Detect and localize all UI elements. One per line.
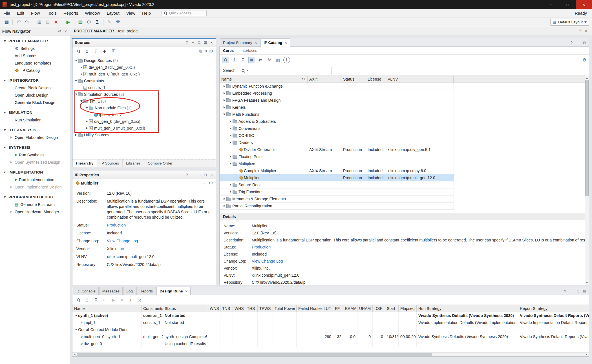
source-non-module-files[interactable]: Non-module Files (1) (72, 105, 216, 111)
flow-section-simulation[interactable]: SIMULATION (0, 109, 70, 116)
chevron-right-icon[interactable] (85, 127, 89, 129)
menu-item-window[interactable]: Window (81, 9, 103, 17)
flow-item-generate-block-design[interactable]: Generate Block Design (0, 99, 70, 106)
customize-icon[interactable] (266, 57, 273, 63)
flow-item-open-elaborated-design[interactable]: Open Elaborated Design (0, 134, 70, 141)
search-icon[interactable] (75, 48, 82, 55)
category-multipliers[interactable]: Multipliers (220, 160, 454, 167)
sources-panel-header[interactable]: Sources (72, 39, 216, 46)
search-icon[interactable] (222, 57, 229, 63)
flow-item-generate-bitstream[interactable]: Generate Bitstream (0, 201, 70, 208)
edit-icon[interactable] (106, 19, 113, 26)
flow-item-settings[interactable]: Settings (0, 45, 70, 52)
flow-item-open-hardware-manager[interactable]: Open Hardware Manager (0, 208, 70, 216)
help-icon[interactable] (563, 289, 567, 293)
category-math-functions[interactable]: Math Functions (220, 111, 454, 118)
flow-item-language-templates[interactable]: Language Templates (0, 59, 70, 67)
flow-item-run-implementation[interactable]: Run Implementation (0, 176, 70, 183)
category-memories-storage-elements[interactable]: Memories & Storage Elements (220, 196, 454, 203)
category-cordic[interactable]: CORDIC (220, 132, 454, 139)
info-icon[interactable] (283, 57, 290, 63)
column-header-total-power[interactable]: Total Power (273, 305, 297, 312)
minimize-icon[interactable] (191, 40, 195, 45)
collapse-icon[interactable] (231, 57, 238, 63)
chevron-right-icon[interactable] (229, 191, 233, 193)
flow-item-run-synthesis[interactable]: Run Synthesis (0, 151, 70, 159)
vertical-scrollbar[interactable] (585, 76, 589, 285)
forward-icon[interactable] (202, 181, 206, 185)
category-fpga-features-and-design[interactable]: FPGA Features and Design (220, 97, 454, 104)
ip-row-multiplier[interactable]: MultiplierProductionIncludedxilinx.com:i… (220, 174, 454, 181)
close-icon[interactable] (284, 40, 287, 45)
source-div-gen-0[interactable]: div_gen_0 (div_gen_0.xci) (72, 118, 216, 125)
menu-item-file[interactable]: File (0, 9, 14, 17)
chevron-down-icon[interactable] (79, 100, 83, 102)
chevron-right-icon[interactable] (79, 73, 83, 75)
column-header-whs[interactable]: WHS (233, 305, 245, 312)
column-header-lut[interactable]: LUT (322, 305, 333, 312)
maximize-icon[interactable] (583, 289, 586, 293)
chevron-down-icon[interactable] (85, 107, 89, 109)
add-icon[interactable] (101, 48, 108, 55)
run-row-synth-1-active[interactable]: synth_1 (active)constrs_1Not startedViva… (72, 312, 589, 319)
flow-section-rtl-analysis[interactable]: RTL ANALYSIS (0, 126, 70, 134)
chevron-right-icon[interactable] (222, 198, 226, 200)
help-icon[interactable] (64, 29, 67, 33)
chevron-right-icon[interactable] (80, 321, 84, 324)
menu-item-flow[interactable]: Flow (28, 9, 43, 17)
link-view-change-log[interactable]: View Change Log (252, 258, 586, 265)
tab-tcl-console[interactable]: Tcl Console (73, 287, 99, 295)
chevron-down-icon[interactable] (74, 80, 78, 82)
gear-icon[interactable] (209, 180, 213, 186)
source-simulation-sources[interactable]: Simulation Sources (3) (72, 91, 216, 98)
gear-icon[interactable] (582, 57, 586, 63)
run-row-impl-1[interactable]: impl_1constrs_1Not startedVivado Impleme… (72, 319, 589, 326)
link-production[interactable]: Production (107, 223, 212, 228)
flow-section-project-manager[interactable]: PROJECT MANAGER (0, 37, 70, 45)
menu-item-edit[interactable]: Edit (14, 9, 28, 17)
chevron-down-icon[interactable] (74, 60, 78, 61)
close-icon[interactable] (255, 40, 257, 45)
chevron-right-icon[interactable] (229, 156, 233, 158)
float-icon[interactable] (576, 289, 580, 293)
flow-section-ip-integrator[interactable]: IP INTEGRATOR (0, 77, 70, 84)
column-header-uram[interactable]: URAM (357, 305, 373, 312)
gear-icon[interactable] (209, 48, 213, 54)
chevron-right-icon[interactable] (79, 66, 83, 68)
column-header-start[interactable]: Start (385, 305, 399, 312)
add-icon[interactable] (127, 297, 134, 303)
scroll-right-icon[interactable] (585, 353, 589, 356)
close-button[interactable] (576, 0, 592, 9)
float-icon[interactable] (197, 173, 201, 177)
quick-access-input[interactable]: Quick Access (162, 10, 207, 16)
flow-item-ip-catalog[interactable]: IP Catalog (0, 67, 70, 74)
column-header-license[interactable]: License (366, 76, 386, 83)
link-production[interactable]: Production (252, 244, 586, 251)
chevron-right-icon[interactable] (222, 205, 226, 207)
tab-log[interactable]: Log (123, 287, 136, 295)
hierarchy-icon[interactable] (248, 57, 255, 63)
source-mult-gen-0[interactable]: mult_gen_0 (mult_gen_0.xci) (72, 125, 216, 132)
chevron-down-icon[interactable] (229, 163, 233, 165)
menu-item-layout[interactable]: Layout (103, 9, 123, 17)
column-header-run-strategy[interactable]: Run Strategy (417, 305, 518, 312)
layout-selector[interactable]: Default Layout (550, 19, 589, 26)
chevron-down-icon[interactable] (229, 142, 233, 143)
category-kernels[interactable]: Kernels (220, 104, 454, 111)
close-icon[interactable] (185, 289, 188, 294)
flow-item-open-implemented-design[interactable]: Open Implemented Design (0, 183, 70, 191)
help-icon[interactable] (578, 29, 582, 33)
category-trig-functions[interactable]: Trig Functions (220, 188, 454, 196)
run-icon[interactable] (65, 19, 72, 26)
chevron-right-icon[interactable] (229, 134, 233, 137)
tab-libraries[interactable]: Libraries (123, 159, 144, 167)
chevron-down-icon[interactable] (74, 315, 78, 316)
chevron-down-icon[interactable] (3, 40, 7, 42)
tab-ip-catalog[interactable]: IP Catalog (260, 38, 290, 47)
redo-icon[interactable] (23, 19, 31, 26)
dock-icon[interactable] (58, 29, 61, 33)
flow-section-program-and-debug[interactable]: PROGRAM AND DEBUG (0, 193, 70, 201)
subtab-interfaces[interactable]: Interfaces (240, 48, 257, 53)
tab-design-runs[interactable]: Design Runs (156, 287, 191, 295)
chevron-down-icon[interactable] (3, 196, 7, 198)
